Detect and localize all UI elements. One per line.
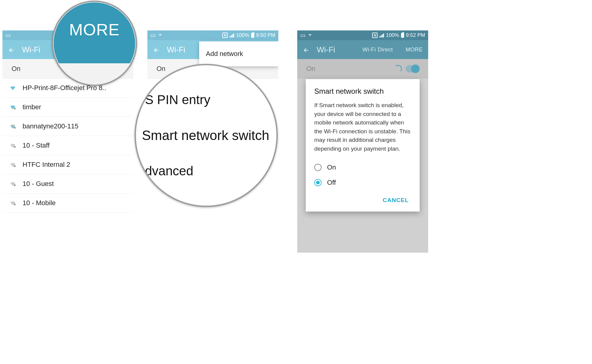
smart-network-switch-dialog: Smart network switch If Smart network sw… bbox=[306, 79, 420, 212]
app-bar-title: Wi-Fi bbox=[167, 45, 185, 54]
dialog-actions: CANCEL bbox=[314, 190, 411, 206]
svg-rect-4 bbox=[14, 184, 16, 186]
wifi-signal-lock-icon bbox=[9, 104, 17, 110]
battery-icon bbox=[401, 33, 404, 38]
svg-rect-2 bbox=[14, 146, 16, 148]
network-name: 10 - Guest bbox=[23, 180, 54, 188]
wifi-network-item[interactable]: HTFC Internal 2 bbox=[2, 155, 133, 174]
svg-rect-0 bbox=[14, 108, 16, 110]
cellular-signal-icon bbox=[379, 33, 384, 37]
notification-icon: ▭ bbox=[5, 32, 11, 39]
network-name: timber bbox=[23, 103, 41, 111]
battery-icon bbox=[251, 33, 254, 38]
app-bar: Wi-Fi Wi-Fi Direct MORE bbox=[297, 40, 428, 59]
cancel-button[interactable]: CANCEL bbox=[380, 194, 411, 206]
nfc-icon: N bbox=[222, 33, 228, 38]
more-button[interactable]: MORE bbox=[406, 47, 423, 53]
status-bar: ▭ N 100% 9:50 PM bbox=[147, 30, 278, 40]
more-menu-dropdown: Add network bbox=[199, 41, 278, 66]
magnified-menu-advanced: dvanced bbox=[142, 155, 277, 187]
dialog-body-text: If Smart network switch is enabled, your… bbox=[314, 101, 411, 153]
wifi-network-item[interactable]: timber bbox=[2, 98, 133, 117]
wifi-network-item[interactable]: HP-Print-8F-Officejet Pro 8.. bbox=[2, 79, 133, 98]
clock-time: 9:50 PM bbox=[256, 32, 275, 38]
back-icon[interactable] bbox=[153, 46, 160, 53]
wifi-status-icon bbox=[307, 32, 313, 39]
status-bar: ▭ N 100% 9:52 PM bbox=[297, 30, 428, 40]
radio-option-on[interactable]: On bbox=[314, 160, 411, 175]
magnified-menu-smart-network-switch: Smart network switch bbox=[142, 116, 277, 155]
notification-icon: ▭ bbox=[300, 32, 305, 39]
wifi-network-item[interactable]: 10 - Mobile bbox=[2, 194, 133, 213]
screenshot-3: ▭ N 100% 9:52 PM Wi-Fi Wi-Fi Direct MORE… bbox=[297, 30, 428, 253]
dialog-title: Smart network switch bbox=[314, 87, 411, 96]
on-label: On bbox=[12, 65, 20, 73]
menu-item-add-network[interactable]: Add network bbox=[199, 44, 278, 64]
network-name: HTFC Internal 2 bbox=[23, 161, 70, 169]
network-name: 10 - Mobile bbox=[23, 199, 56, 207]
svg-rect-1 bbox=[14, 127, 16, 129]
back-icon[interactable] bbox=[8, 46, 15, 53]
clock-time: 9:52 PM bbox=[406, 32, 425, 38]
wifi-signal-icon bbox=[9, 85, 17, 91]
magnified-menu-wps-pin: S PIN entry bbox=[142, 84, 277, 116]
radio-icon bbox=[314, 164, 322, 171]
wifi-network-item[interactable]: bannatyne200-115 bbox=[2, 117, 133, 136]
radio-label: Off bbox=[327, 179, 336, 187]
nfc-icon: N bbox=[372, 33, 378, 38]
wifi-signal-lock-icon bbox=[9, 180, 17, 187]
magnified-more-text: MORE bbox=[69, 20, 120, 39]
wifi-signal-lock-icon bbox=[9, 161, 17, 168]
app-bar-title: Wi-Fi bbox=[22, 45, 41, 54]
network-name: bannatyne200-115 bbox=[23, 122, 79, 130]
wifi-status-icon bbox=[157, 32, 163, 39]
notification-icon: ▭ bbox=[150, 32, 156, 39]
battery-percent: 100% bbox=[236, 32, 249, 38]
callout-magnifier-menu: S PIN entry Smart network switch dvanced bbox=[135, 64, 278, 207]
on-label: On bbox=[157, 65, 165, 73]
back-icon[interactable] bbox=[303, 46, 309, 53]
svg-rect-5 bbox=[14, 204, 16, 205]
radio-label: On bbox=[327, 163, 336, 171]
wifi-network-item[interactable]: 10 - Guest bbox=[2, 174, 133, 194]
battery-percent: 100% bbox=[386, 32, 399, 38]
wifi-direct-button[interactable]: Wi-Fi Direct bbox=[362, 47, 393, 53]
cellular-signal-icon bbox=[230, 33, 234, 37]
radio-icon-checked bbox=[314, 179, 322, 186]
svg-rect-3 bbox=[14, 165, 16, 167]
radio-option-off[interactable]: Off bbox=[314, 175, 411, 190]
wifi-signal-lock-icon bbox=[9, 142, 17, 149]
wifi-network-list: HP-Print-8F-Officejet Pro 8.. timber ban… bbox=[2, 79, 133, 213]
network-name: 10 - Staff bbox=[23, 142, 50, 149]
wifi-signal-lock-icon bbox=[9, 123, 17, 130]
wifi-signal-lock-icon bbox=[9, 200, 17, 206]
callout-magnifier-more: MORE bbox=[52, 1, 137, 86]
app-bar-title: Wi-Fi bbox=[317, 45, 335, 54]
wifi-network-item[interactable]: 10 - Staff bbox=[2, 136, 133, 155]
